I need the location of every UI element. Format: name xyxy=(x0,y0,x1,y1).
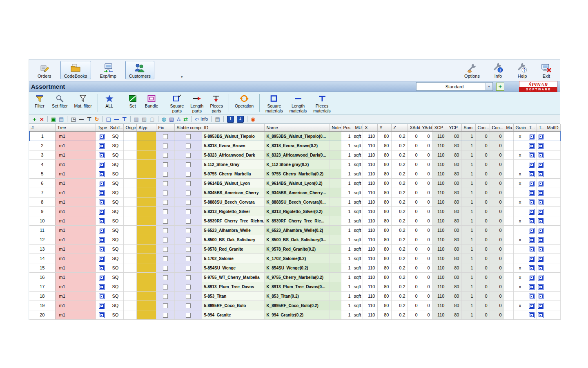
stable-checkbox[interactable] xyxy=(186,200,191,205)
cell-atyp[interactable] xyxy=(136,254,156,263)
cell-matid[interactable] xyxy=(545,310,560,320)
fix-checkbox[interactable] xyxy=(163,275,168,280)
type-icon[interactable] xyxy=(100,135,104,139)
clipboard-button[interactable]: ▧ xyxy=(168,115,175,123)
cell-note[interactable] xyxy=(330,207,341,216)
cell-tree[interactable]: m1 xyxy=(55,207,96,216)
cell-subtype[interactable]: SQ xyxy=(108,282,123,292)
cell-type_icon[interactable] xyxy=(96,263,108,273)
cell-yadd[interactable]: 0 xyxy=(420,282,432,292)
cell-subtype[interactable]: SQ xyxy=(108,216,123,226)
toolbar-button-codebooks[interactable]: CodeBooks xyxy=(60,61,91,79)
type-icon[interactable] xyxy=(100,144,104,148)
cell-subtype[interactable]: SQ xyxy=(108,150,123,160)
cell-id[interactable]: 5-8500_BS_Oak_Salisbury xyxy=(202,235,264,245)
toolbar-button-mat-filter[interactable]: Mat. filter xyxy=(71,93,95,113)
cell-z[interactable]: 0.2 xyxy=(391,169,408,179)
cell-fix[interactable] xyxy=(156,141,174,150)
type-icon[interactable] xyxy=(100,219,104,223)
cell-pcs[interactable]: 1 xyxy=(341,282,353,292)
cell-xadd[interactable]: 0 xyxy=(408,169,420,179)
cell-xcp[interactable]: 110 xyxy=(432,141,447,150)
cell-con1[interactable]: 0 xyxy=(475,301,490,310)
chevron-down-icon[interactable]: ▾ xyxy=(486,83,492,90)
texture-icon[interactable] xyxy=(539,153,543,157)
cell-origin[interactable] xyxy=(123,179,136,188)
cell-stable[interactable] xyxy=(174,263,202,273)
cell-con2[interactable]: 0 xyxy=(490,207,504,216)
cell-matid[interactable] xyxy=(545,235,560,245)
texture-icon[interactable] xyxy=(530,200,534,204)
cell-xcp[interactable]: 110 xyxy=(432,301,447,310)
cell-mu[interactable]: sqft xyxy=(353,169,363,179)
cell-type_icon[interactable] xyxy=(96,235,108,245)
cell-pcs[interactable]: 1 xyxy=(341,188,353,197)
cell-num[interactable]: 19 xyxy=(29,301,55,310)
cell-note[interactable] xyxy=(330,235,341,245)
cell-note[interactable] xyxy=(330,169,341,179)
cell-atyp[interactable] xyxy=(136,132,156,141)
texture-icon[interactable] xyxy=(530,210,534,214)
cell-stable[interactable] xyxy=(174,160,202,169)
cell-fix[interactable] xyxy=(156,245,174,254)
cell-grain[interactable]: x xyxy=(513,132,527,141)
cell-yadd[interactable]: 0 xyxy=(420,226,432,235)
cell-t1[interactable] xyxy=(527,301,537,310)
add-row-button[interactable]: + xyxy=(31,115,38,123)
texture-icon[interactable] xyxy=(539,200,543,204)
table-row[interactable]: 4m1SQ5-112_Stone_GrayK_112 Stone gray(0.… xyxy=(29,160,560,169)
cell-con1[interactable]: 0 xyxy=(475,197,490,207)
cell-t2[interactable] xyxy=(537,141,545,150)
cell-yadd[interactable]: 0 xyxy=(420,310,432,320)
cell-name[interactable]: K_9755_Cherry_Marbella(0.2) xyxy=(264,169,330,179)
cell-tree[interactable]: m1 xyxy=(55,160,96,169)
stable-checkbox[interactable] xyxy=(186,162,191,167)
cell-xcp[interactable]: 110 xyxy=(432,292,447,301)
cell-grain[interactable] xyxy=(513,254,527,263)
toolbar-button-length-materials[interactable]: Length materials xyxy=(286,93,310,113)
cell-tree[interactable]: m1 xyxy=(55,235,96,245)
cell-num[interactable]: 18 xyxy=(29,292,55,301)
cell-sum[interactable]: 1 xyxy=(461,301,475,310)
cell-mu[interactable]: sqft xyxy=(353,235,363,245)
cell-mu[interactable]: sqft xyxy=(353,273,363,282)
cell-ycp[interactable]: 80 xyxy=(447,245,461,254)
cell-id[interactable]: 5-9755_Cherry_Marbella xyxy=(202,169,264,179)
cell-fix[interactable] xyxy=(156,292,174,301)
column-header-tree[interactable]: Tree xyxy=(55,124,96,132)
cell-x[interactable]: 110 xyxy=(363,301,377,310)
cell-xcp[interactable]: 110 xyxy=(432,263,447,273)
cell-sum[interactable]: 1 xyxy=(461,292,475,301)
cell-id[interactable]: 5-8318_Evora_Brown xyxy=(202,141,264,150)
cell-grain[interactable]: x xyxy=(513,301,527,310)
fix-checkbox[interactable] xyxy=(163,247,168,252)
type-icon[interactable] xyxy=(100,153,104,157)
cell-t2[interactable] xyxy=(537,245,545,254)
cell-matid[interactable] xyxy=(545,301,560,310)
cell-name[interactable]: K_8888SU_Beech_Corvara(0... xyxy=(264,197,330,207)
cell-xcp[interactable]: 110 xyxy=(432,169,447,179)
cell-tree[interactable]: m1 xyxy=(55,169,96,179)
cell-origin[interactable] xyxy=(123,197,136,207)
cell-sum[interactable]: 1 xyxy=(461,141,475,150)
cell-stable[interactable] xyxy=(174,301,202,310)
type-icon[interactable] xyxy=(100,229,104,233)
cell-xcp[interactable]: 110 xyxy=(432,160,447,169)
cell-con2[interactable]: 0 xyxy=(490,235,504,245)
stable-checkbox[interactable] xyxy=(186,172,191,177)
texture-icon[interactable] xyxy=(530,172,534,176)
cell-z[interactable]: 0.2 xyxy=(391,188,408,197)
cell-ma[interactable] xyxy=(504,301,513,310)
cell-num[interactable]: 17 xyxy=(29,282,55,292)
texture-icon[interactable] xyxy=(539,163,543,167)
fix-checkbox[interactable] xyxy=(163,256,168,261)
cell-id[interactable]: 5-8313_Rigoletto_Silver xyxy=(202,207,264,216)
cell-x[interactable]: 110 xyxy=(363,207,377,216)
cell-y[interactable]: 80 xyxy=(377,310,391,320)
cell-xadd[interactable]: 0 xyxy=(408,216,420,226)
cell-num[interactable]: 14 xyxy=(29,254,55,263)
cell-pcs[interactable]: 1 xyxy=(341,132,353,141)
texture-icon[interactable] xyxy=(539,304,543,308)
cell-tree[interactable]: m1 xyxy=(55,216,96,226)
cell-x[interactable]: 110 xyxy=(363,226,377,235)
